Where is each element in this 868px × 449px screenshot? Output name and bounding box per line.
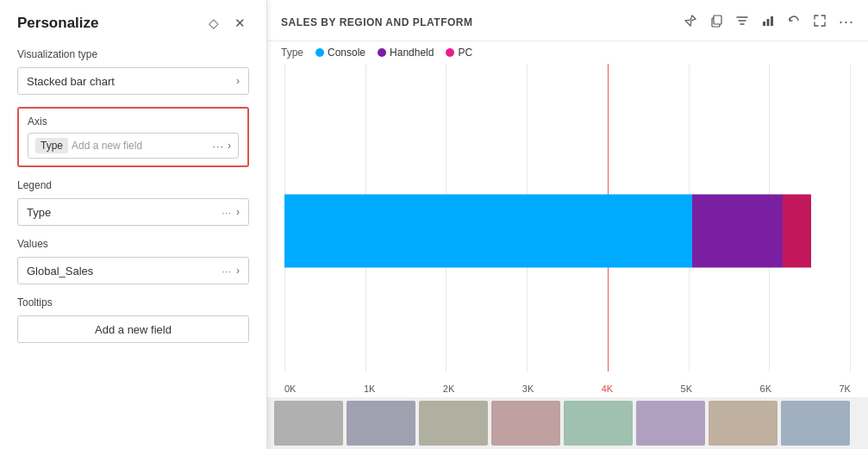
- x-tick-6: 6K: [760, 384, 771, 394]
- viz-type-section: Visualization type Stacked bar chart ›: [17, 48, 249, 95]
- tooltips-add-field-button[interactable]: Add a new field: [17, 315, 249, 343]
- axis-label: Axis: [28, 115, 239, 128]
- stacked-bar: [284, 194, 851, 267]
- x-tick-2: 2K: [443, 384, 454, 394]
- axis-add-field-placeholder: Add a new field: [72, 140, 209, 152]
- panel-header-icons: ◇ ✕: [205, 14, 249, 33]
- thumbnail-1: [274, 401, 343, 446]
- panel-header: Personalize ◇ ✕: [17, 14, 249, 33]
- x-tick-1: 1K: [364, 384, 375, 394]
- chart-title: SALES BY REGION AND PLATFORM: [281, 16, 472, 28]
- reset-icon[interactable]: ◇: [205, 14, 222, 33]
- thumbnail-4: [491, 401, 560, 446]
- legend-item-console: Console: [315, 47, 365, 59]
- toolbar-icons: ···: [684, 13, 854, 31]
- more-options-icon[interactable]: ···: [839, 13, 854, 31]
- axis-dots-icon[interactable]: ···: [212, 140, 224, 153]
- personalize-panel: Personalize ◇ ✕ Visualization type Stack…: [0, 0, 267, 449]
- bar-segment-handheld: [692, 194, 783, 267]
- bottom-image-strip: [267, 397, 868, 449]
- top-bar: SALES BY REGION AND PLATFORM ···: [267, 0, 868, 41]
- legend-dots-icon[interactable]: ···: [222, 206, 231, 219]
- legend-label: Legend: [17, 179, 249, 191]
- svg-rect-3: [766, 19, 769, 26]
- x-tick-3: 3K: [522, 384, 534, 394]
- focus-icon[interactable]: [813, 14, 827, 31]
- svg-rect-2: [763, 22, 765, 26]
- pc-dot: [446, 48, 454, 57]
- axis-section: Axis Type Add a new field ··· ›: [17, 107, 249, 167]
- legend-arrow-icon: ›: [236, 206, 240, 218]
- stacked-bar-wrapper: [284, 194, 851, 267]
- values-dropdown[interactable]: Global_Sales ··· ›: [17, 257, 249, 284]
- svg-rect-1: [714, 16, 721, 24]
- axis-arrow-icon: ›: [228, 140, 231, 152]
- legend-type-prefix: Type: [281, 47, 303, 59]
- values-arrow-icon: ›: [236, 265, 240, 277]
- viz-type-arrow-icon: ›: [236, 75, 240, 87]
- thumbnail-8: [781, 401, 850, 446]
- thumbnail-7: [709, 401, 777, 446]
- pin-icon[interactable]: [684, 14, 697, 31]
- x-axis: 0K 1K 2K 3K 4K 5K 6K 7K: [284, 384, 851, 394]
- values-value: Global_Sales: [27, 265, 93, 278]
- bar-segment-console: [284, 194, 692, 267]
- filter-icon[interactable]: [735, 14, 749, 31]
- svg-rect-4: [771, 16, 773, 26]
- main-area: SALES BY REGION AND PLATFORM ···: [267, 0, 868, 449]
- tooltips-label: Tooltips: [17, 296, 249, 309]
- axis-field-row[interactable]: Type Add a new field ··· ›: [28, 133, 239, 159]
- legend-section: Legend Type ··· ›: [17, 179, 249, 226]
- viz-type-value: Stacked bar chart: [27, 75, 115, 88]
- legend-dropdown[interactable]: Type ··· ›: [17, 198, 249, 226]
- x-tick-5: 5K: [681, 384, 692, 394]
- undo-icon[interactable]: [787, 14, 801, 31]
- thumbnail-3: [419, 401, 488, 446]
- copy-icon[interactable]: [709, 14, 723, 31]
- tooltips-add-field-text: Add a new field: [95, 323, 172, 336]
- viz-type-dropdown[interactable]: Stacked bar chart ›: [17, 67, 249, 95]
- legend-item-pc: PC: [446, 47, 472, 59]
- values-section: Values Global_Sales ··· ›: [17, 238, 249, 284]
- pc-label: PC: [458, 47, 472, 59]
- console-dot: [315, 48, 324, 57]
- thumbnail-6: [636, 401, 705, 446]
- console-label: Console: [328, 47, 365, 59]
- x-tick-0: 0K: [284, 384, 296, 394]
- legend-item-handheld: Handheld: [378, 47, 434, 59]
- analytics-icon[interactable]: [761, 14, 775, 31]
- viz-type-label: Visualization type: [17, 48, 249, 60]
- thumbnail-2: [347, 401, 415, 446]
- panel-title: Personalize: [17, 15, 99, 32]
- x-tick-7: 7K: [839, 384, 850, 394]
- chart-area: 0K 1K 2K 3K 4K 5K 6K 7K: [267, 64, 868, 397]
- values-label: Values: [17, 238, 249, 250]
- x-tick-4: 4K: [602, 384, 613, 394]
- tooltips-section: Tooltips Add a new field: [17, 296, 249, 343]
- close-icon[interactable]: ✕: [231, 14, 249, 33]
- handheld-dot: [378, 48, 386, 57]
- thumbnail-5: [564, 401, 633, 446]
- axis-type-tag: Type: [35, 138, 68, 153]
- bar-segment-pc: [783, 194, 811, 267]
- chart-legend: Type Console Handheld PC: [267, 41, 868, 64]
- values-dots-icon[interactable]: ···: [222, 265, 231, 278]
- handheld-label: Handheld: [390, 47, 434, 59]
- legend-value: Type: [27, 206, 51, 219]
